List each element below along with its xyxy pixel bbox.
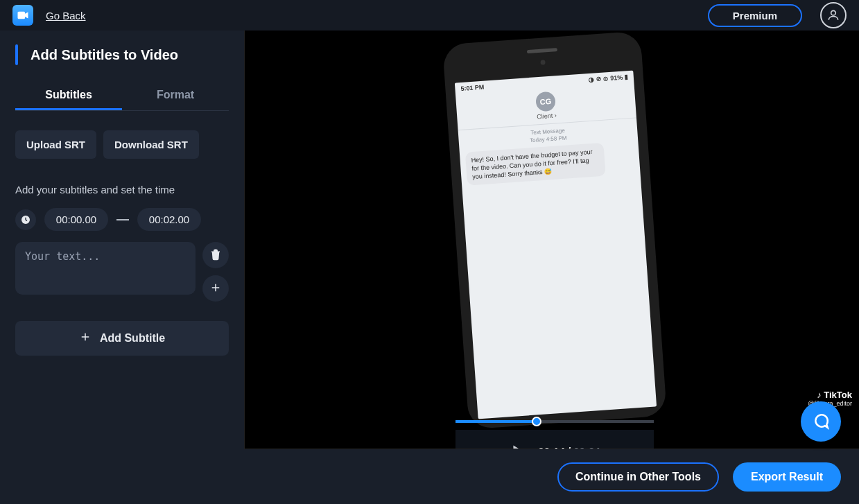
phone-camera	[540, 60, 545, 64]
go-back-link[interactable]: Go Back	[46, 10, 86, 21]
download-srt-button[interactable]: Download SRT	[103, 130, 199, 159]
bottombar: Continue in Other Tools Export Result	[244, 449, 859, 504]
chat-message-bubble: Hey! So, I don't have the budget to pay …	[465, 143, 606, 186]
clock-icon	[15, 209, 36, 230]
subtitle-helper-text: Add your subtitles and set the time	[15, 184, 229, 195]
time-dash: —	[116, 212, 129, 227]
delete-subtitle-button[interactable]	[202, 242, 229, 268]
watermark-brand: ♪ TikTok	[655, 390, 852, 400]
add-subtitle-button[interactable]: Add Subtitle	[15, 321, 229, 356]
time-start-input[interactable]	[44, 208, 108, 231]
video-area: 5:01 PM ◑ ⊘ ⊙ 91% ▮ CG Client › Text Mes…	[244, 31, 859, 449]
svg-rect-0	[18, 12, 26, 19]
svg-point-1	[831, 10, 836, 15]
chat-contact-name: Client ›	[537, 112, 557, 120]
video-progress-fill	[455, 420, 537, 423]
title-accent	[15, 44, 18, 65]
phone-screen: 5:01 PM ◑ ⊘ ⊙ 91% ▮ CG Client › Text Mes…	[455, 71, 657, 419]
phone-mockup: 5:01 PM ◑ ⊘ ⊙ 91% ▮ CG Client › Text Mes…	[442, 31, 667, 430]
phone-status-time: 5:01 PM	[460, 84, 485, 92]
upload-srt-button[interactable]: Upload SRT	[15, 130, 96, 159]
plus-icon	[79, 331, 92, 346]
time-end-input[interactable]	[137, 208, 201, 231]
topbar: Go Back Premium	[0, 0, 859, 31]
video-progress-track[interactable]	[455, 420, 654, 423]
chat-avatar: CG	[535, 92, 556, 112]
premium-button[interactable]: Premium	[708, 4, 802, 27]
plus-icon	[209, 281, 222, 296]
continue-other-tools-button[interactable]: Continue in Other Tools	[557, 462, 719, 492]
tab-subtitles[interactable]: Subtitles	[15, 82, 122, 110]
chat-icon	[812, 412, 830, 432]
tab-format[interactable]: Format	[122, 82, 229, 110]
trash-icon	[209, 248, 222, 263]
time-row: —	[15, 208, 229, 231]
account-avatar[interactable]	[820, 2, 847, 28]
page-title: Add Subtitles to Video	[31, 47, 178, 63]
phone-speaker	[527, 48, 557, 53]
add-subtitle-row-button[interactable]	[202, 275, 229, 302]
subtitle-text-input[interactable]	[15, 242, 196, 295]
video-progress-knob[interactable]	[532, 417, 541, 426]
app-logo[interactable]	[12, 5, 33, 26]
phone-status-right: ◑ ⊘ ⊙ 91% ▮	[589, 73, 629, 83]
tabs: Subtitles Format	[15, 82, 229, 111]
help-chat-button[interactable]	[801, 401, 841, 442]
add-subtitle-label: Add Subtitle	[100, 332, 165, 345]
export-result-button[interactable]: Export Result	[733, 462, 841, 492]
sidebar: Add Subtitles to Video Subtitles Format …	[0, 31, 244, 504]
